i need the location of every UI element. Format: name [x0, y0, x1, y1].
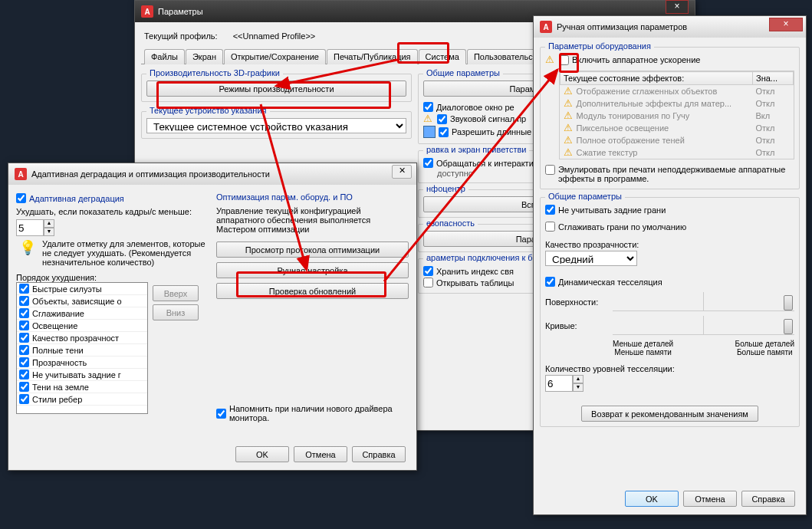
- tab-open-save[interactable]: Открытие/Сохранение: [224, 49, 326, 64]
- store-index-chk[interactable]: [423, 266, 433, 276]
- ignore-back-chk[interactable]: [545, 205, 555, 215]
- warn-icon: [564, 135, 574, 146]
- warn-icon: [545, 54, 556, 65]
- list-item[interactable]: Освещение: [17, 320, 147, 332]
- manual-body: Параметры оборудования Включить аппаратн…: [534, 38, 806, 436]
- manual-help[interactable]: Справка: [741, 491, 795, 507]
- list-item[interactable]: Прозрачность: [17, 356, 147, 369]
- list-item[interactable]: Быстрые силуэты: [17, 283, 147, 295]
- list-item[interactable]: Сглаживание: [17, 307, 147, 320]
- manual-titlebar: A Ручная оптимизация параметров ×: [534, 16, 806, 38]
- table-row[interactable]: Модуль тонирования по ГучуВкл: [561, 110, 794, 122]
- general-group-title: Общие параметры: [423, 68, 503, 77]
- layers-icon: [423, 126, 436, 138]
- warn-icon: [564, 123, 574, 133]
- perf-group-title: Производительность 3D-графики: [146, 68, 283, 77]
- degrade-spinner[interactable]: ▲▼: [16, 219, 209, 236]
- surfaces-slider[interactable]: [613, 292, 794, 311]
- emulate-chk[interactable]: [545, 165, 555, 175]
- reset-button[interactable]: Возврат к рекомендованным значениям: [581, 406, 758, 422]
- smooth-chk[interactable]: [545, 222, 555, 232]
- adaptive-ok[interactable]: OK: [235, 446, 289, 462]
- view-log-button[interactable]: Просмотр протокола оптимизации: [216, 242, 409, 258]
- table-row[interactable]: Дополнительные эффекты для матер...Откл: [561, 97, 794, 110]
- table-row[interactable]: Отображение сглаженных объектовОткл: [561, 85, 794, 98]
- spin-up[interactable]: ▲: [44, 219, 54, 228]
- adaptive-cancel[interactable]: Отмена: [294, 446, 347, 462]
- long-names-chk[interactable]: [439, 127, 449, 137]
- enable-hw-chk[interactable]: [559, 55, 569, 65]
- degrade-list[interactable]: Быстрые силуэтыОбъекты, зависящие оСглаж…: [16, 282, 148, 414]
- adaptive-body: Адаптивная деградация Ухудшать, если пок…: [8, 185, 416, 431]
- adaptive-title: Адаптивная деградация и оптимизация прои…: [31, 169, 270, 179]
- adaptive-help[interactable]: Справка: [352, 446, 406, 462]
- perf-group: Производительность 3D-графики Режимы про…: [141, 74, 412, 102]
- warn-icon: [564, 98, 574, 109]
- app-icon: A: [540, 21, 552, 33]
- close-icon[interactable]: ×: [666, 0, 689, 14]
- adaptive-titlebar: A Адаптивная деградация и оптимизация пр…: [8, 163, 416, 185]
- list-item[interactable]: Объекты, зависящие о: [17, 295, 147, 307]
- open-tables-chk[interactable]: [423, 278, 433, 288]
- transparency-select[interactable]: Средний: [545, 251, 637, 266]
- notify-chk[interactable]: [216, 409, 226, 419]
- list-item[interactable]: Тени на земле: [17, 381, 147, 393]
- manual-title: Ручная оптимизация параметров: [557, 22, 687, 31]
- hw-group: Параметры оборудования Включить аппаратн…: [540, 47, 800, 189]
- profile-value: <<Unnamed Profile>>: [233, 31, 316, 42]
- gen-group: Общие параметры Не учитывать задние гран…: [540, 197, 800, 427]
- sound-chk[interactable]: [437, 114, 447, 124]
- warn-icon: [564, 147, 574, 158]
- pointer-select[interactable]: Текущее системное устройство указания: [146, 118, 406, 133]
- manual-ok[interactable]: OK: [625, 491, 679, 507]
- profile-label: Текущий профиль:: [144, 31, 218, 42]
- spin-down[interactable]: ▼: [44, 228, 54, 236]
- list-item[interactable]: Полные тени: [17, 344, 147, 356]
- warn-icon: [564, 86, 574, 97]
- tab-system[interactable]: Система: [419, 49, 466, 64]
- table-row[interactable]: Сжатие текстурОткл: [561, 146, 794, 159]
- close-icon[interactable]: ×: [769, 18, 803, 31]
- warn-icon: [423, 113, 434, 124]
- list-item[interactable]: Не учитывать задние г: [17, 369, 147, 381]
- help-group-title: равка и экран приветстви: [423, 145, 529, 154]
- list-item[interactable]: Стили ребер: [17, 393, 147, 406]
- down-button[interactable]: Вниз: [153, 304, 199, 320]
- table-row[interactable]: Пиксельное освещениеОткл: [561, 122, 794, 134]
- help-int-chk[interactable]: [423, 158, 433, 168]
- close-icon[interactable]: ✕: [392, 165, 412, 179]
- table-row[interactable]: Полное отображение тенейОткл: [561, 134, 794, 146]
- pointer-group-title: Текущее устройство указания: [146, 106, 270, 115]
- check-upd-button[interactable]: Проверка обновлений: [216, 283, 409, 299]
- tess-spinner[interactable]: ▲▼: [545, 375, 794, 392]
- params-title: Параметры: [158, 7, 203, 16]
- warn-icon: [564, 110, 574, 121]
- dialog-restore-chk[interactable]: [423, 102, 433, 112]
- manual-button[interactable]: Ручная настройка: [216, 262, 409, 278]
- list-item[interactable]: Качество прозрачност: [17, 332, 147, 344]
- bulb-icon: 💡: [19, 239, 36, 258]
- tess-chk[interactable]: [545, 277, 555, 287]
- tab-files[interactable]: Файлы: [144, 49, 185, 64]
- adaptive-dialog: A Адаптивная деградация и оптимизация пр…: [8, 163, 417, 471]
- app-icon: A: [141, 5, 153, 18]
- pointer-group: Текущее устройство указания Текущее сист…: [141, 111, 412, 139]
- manual-cancel[interactable]: Отмена: [683, 491, 737, 507]
- effects-table: Текущее состояние эффектов:Зна... Отобра…: [560, 71, 794, 159]
- tab-screen[interactable]: Экран: [186, 49, 223, 64]
- adapt-chk[interactable]: [16, 193, 26, 203]
- curves-slider[interactable]: [613, 316, 794, 335]
- app-icon: A: [15, 168, 27, 180]
- up-button[interactable]: Вверх: [153, 285, 199, 301]
- tab-print[interactable]: Печать/Публикация: [327, 49, 418, 64]
- perf-modes-button[interactable]: Режимы производительности: [146, 80, 406, 97]
- manual-dialog: A Ручная оптимизация параметров × Параме…: [533, 15, 807, 515]
